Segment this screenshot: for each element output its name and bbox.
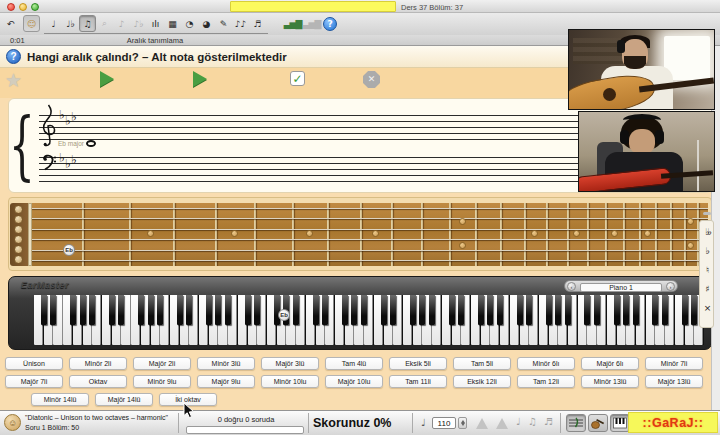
beamed-notes-alt-icon[interactable]: ♬ xyxy=(544,416,553,427)
piano-key-black[interactable] xyxy=(361,295,367,325)
guitar-string[interactable] xyxy=(32,250,708,251)
answer-button-minör-13lü[interactable]: Minör 13lü xyxy=(581,375,639,388)
scale-identification-icon[interactable]: ♪♭ xyxy=(130,15,147,32)
piano-key-black[interactable] xyxy=(633,295,639,325)
tuning-peg[interactable] xyxy=(14,245,23,254)
metronome-accent-icon[interactable] xyxy=(496,418,508,429)
instrument-prev-icon[interactable]: ‹ xyxy=(567,282,576,291)
piano-key-black[interactable] xyxy=(584,295,590,325)
guitar-string[interactable] xyxy=(32,260,708,261)
piano-key-black[interactable] xyxy=(80,295,86,325)
palette-handle-icon[interactable] xyxy=(703,212,711,215)
piano-key-black[interactable] xyxy=(614,295,620,325)
answer-button-minör-10lu[interactable]: Minör 10lu xyxy=(261,375,319,388)
melody-dictation-icon[interactable]: ♬ xyxy=(249,15,266,32)
answer-button-minör-14lü[interactable]: Minör 14lü xyxy=(31,393,89,406)
interval-singing-icon[interactable]: ♪ xyxy=(113,15,130,32)
piano-key-black[interactable] xyxy=(662,295,668,325)
piano-key-black[interactable] xyxy=(186,295,192,325)
tempo-stepper[interactable] xyxy=(458,417,467,429)
piano-view-toggle[interactable] xyxy=(610,414,630,432)
answer-button-minör-9lu[interactable]: Minör 9lu xyxy=(133,375,191,388)
piano-key-black[interactable] xyxy=(458,295,464,325)
rhythm-dictation-icon[interactable]: ♪♪ xyxy=(232,15,249,32)
piano-key-black[interactable] xyxy=(390,295,396,325)
piano-key-black[interactable] xyxy=(70,295,76,325)
close-window-icon[interactable] xyxy=(7,3,15,11)
piano-key-black[interactable] xyxy=(215,295,221,325)
piano-key-black[interactable] xyxy=(313,295,319,325)
piano-key-black[interactable] xyxy=(157,295,163,325)
answer-button-minör-3lü[interactable]: Minör 3lü xyxy=(197,357,255,370)
piano-key-black[interactable] xyxy=(381,295,387,325)
piano-key-black[interactable] xyxy=(206,295,212,325)
minimize-window-icon[interactable] xyxy=(19,3,27,11)
piano-keys[interactable]: Eb xyxy=(34,295,704,345)
statistics-icon[interactable]: ▃▅▇ xyxy=(284,15,301,32)
piano-key-black[interactable] xyxy=(351,295,357,325)
piano-key-black[interactable] xyxy=(546,295,552,325)
tuning-peg[interactable] xyxy=(14,205,23,214)
answer-button-majör-13lü[interactable]: Majör 13lü xyxy=(645,375,703,388)
answer-button-eksik-5li[interactable]: Eksik 5li xyxy=(389,357,447,370)
piano-key-black[interactable] xyxy=(50,295,56,325)
answer-button-majör-6lı[interactable]: Majör 6lı xyxy=(581,357,639,370)
piano-key-black[interactable] xyxy=(177,295,183,325)
piano-key-black[interactable] xyxy=(342,295,348,325)
piano-key-black[interactable] xyxy=(652,295,658,325)
zoom-window-icon[interactable] xyxy=(31,3,39,11)
rhythm-imitation-icon[interactable]: ◕ xyxy=(198,15,215,32)
note-value-icon[interactable]: ♩ xyxy=(516,416,521,427)
accidental-1-icon[interactable]: ♭ xyxy=(700,246,715,256)
chord-inversion-icon[interactable]: ♩♭ xyxy=(62,15,79,32)
piano-key-black[interactable] xyxy=(41,295,47,325)
piano-key-black[interactable] xyxy=(225,295,231,325)
tempo-value[interactable]: 110 xyxy=(432,417,456,429)
piano-key-black[interactable] xyxy=(138,295,144,325)
piano-key-black[interactable] xyxy=(478,295,484,325)
fretboard-board[interactable]: Eb xyxy=(32,203,708,266)
guitar-string[interactable] xyxy=(32,208,708,209)
answer-button-oktav[interactable]: Oktav xyxy=(69,375,127,388)
rhythm-reading-icon[interactable]: ◔ xyxy=(181,15,198,32)
answer-button-tam-11li[interactable]: Tam 11li xyxy=(389,375,447,388)
interval-identification-icon[interactable]: ♫ xyxy=(79,15,96,32)
answer-button-minör-7li[interactable]: Minör 7li xyxy=(645,357,703,370)
instrument-next-icon[interactable]: › xyxy=(666,282,675,291)
grid-exercise-icon[interactable]: ▦ xyxy=(164,15,181,32)
guitar-string[interactable] xyxy=(32,229,708,230)
rhythm-correction-icon[interactable]: ✎ xyxy=(215,15,232,32)
answer-button-majör-3lü[interactable]: Majör 3lü xyxy=(261,357,319,370)
piano-key-black[interactable] xyxy=(89,295,95,325)
tuning-peg[interactable] xyxy=(14,255,23,264)
piano-key-black[interactable] xyxy=(682,295,688,325)
piano-key-black[interactable] xyxy=(148,295,154,325)
answer-button-ünison[interactable]: Ünison xyxy=(5,357,63,370)
help-icon[interactable]: ? xyxy=(323,17,337,31)
answer-button-minör-2li[interactable]: Minör 2li xyxy=(69,357,127,370)
chord-identification-icon[interactable]: ♩ xyxy=(45,15,62,32)
piano-key-black[interactable] xyxy=(419,295,425,325)
answer-button-tam-12li[interactable]: Tam 12li xyxy=(517,375,575,388)
instrument-name[interactable]: Piano 1 xyxy=(580,283,662,292)
piano-key-black[interactable] xyxy=(487,295,493,325)
piano-key-black[interactable] xyxy=(245,295,251,325)
piano-key-black[interactable] xyxy=(293,295,299,325)
chord-progression-icon[interactable]: ıIı xyxy=(147,15,164,32)
profile-face-icon[interactable]: ☺ xyxy=(23,15,40,32)
back-icon[interactable]: ↶ xyxy=(2,15,19,32)
piano-key-black[interactable] xyxy=(555,295,561,325)
accidental-0-icon[interactable]: ♭♭ xyxy=(700,227,715,237)
piano-key-black[interactable] xyxy=(254,295,260,325)
piano-key-black[interactable] xyxy=(526,295,532,325)
answer-button-majör-7li[interactable]: Majör 7li xyxy=(5,375,63,388)
guitar-string[interactable] xyxy=(32,239,708,240)
staff-view-toggle[interactable] xyxy=(566,414,586,432)
accidental-3-icon[interactable]: ♯ xyxy=(700,284,715,294)
answer-button-tam-4lü[interactable]: Tam 4lü xyxy=(325,357,383,370)
piano-key-black[interactable] xyxy=(565,295,571,325)
answer-button-majör-10lu[interactable]: Majör 10lu xyxy=(325,375,383,388)
metronome-icon[interactable] xyxy=(476,418,488,429)
answer-button-tam-5li[interactable]: Tam 5li xyxy=(453,357,511,370)
piano-key-black[interactable] xyxy=(410,295,416,325)
